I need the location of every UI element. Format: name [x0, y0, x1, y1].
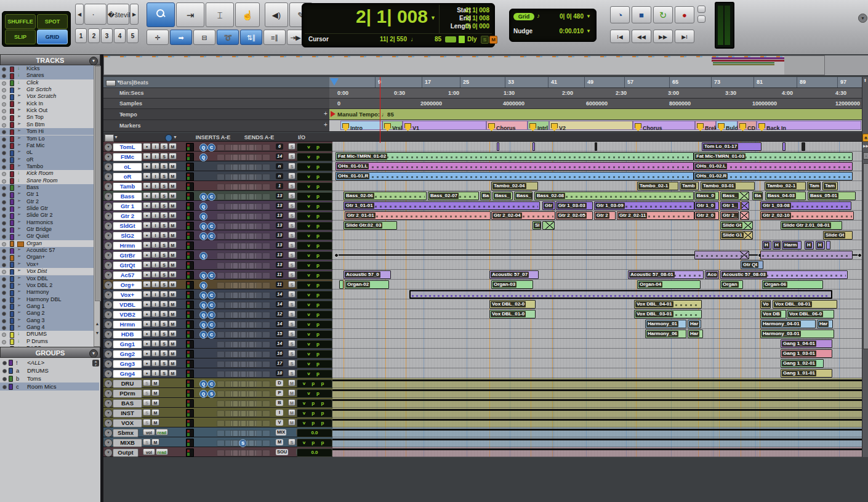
send-slot[interactable]: [262, 213, 270, 220]
tracks-menu-icon[interactable]: ▼: [89, 57, 98, 65]
insert-badge-c[interactable]: C: [207, 311, 215, 319]
track-view-caret-icon[interactable]: ▼: [114, 135, 118, 139]
track-lane-org[interactable]: Organ-02Organ-03Organ-04OrganOrgan-06: [332, 280, 862, 289]
transport-option-top-button[interactable]: [697, 6, 705, 13]
solo-button[interactable]: S: [143, 409, 151, 416]
send-slot[interactable]: [230, 282, 238, 289]
clip[interactable]: Acoustic 57_0: [344, 270, 391, 279]
send-slot[interactable]: [238, 233, 246, 240]
send-slot[interactable]: [230, 351, 238, 358]
insert-slot[interactable]: [217, 450, 225, 456]
clip[interactable]: Organ-03: [491, 280, 533, 289]
track-height-selector-icon[interactable]: ▾: [104, 350, 113, 358]
io-path-badge[interactable]: 13: [276, 193, 283, 199]
track-lane-hrmn[interactable]: Harmony_01HarHarmony_04-01Har: [332, 319, 862, 329]
clip[interactable]: Sl: [532, 221, 541, 230]
clip[interactable]: Organ: [720, 280, 743, 289]
send-slot[interactable]: [254, 243, 262, 249]
send-slot[interactable]: [254, 331, 262, 338]
track-show-dot-icon[interactable]: [2, 81, 6, 86]
sidebar-track-item[interactable]: ➢Harmonics: [0, 219, 94, 226]
send-slot[interactable]: [246, 203, 254, 210]
volume-pan-display[interactable]: 0.0: [297, 448, 332, 457]
sidebar-track-item[interactable]: ➢Fat Mic: [0, 142, 94, 149]
clip[interactable]: Vox DBL_06-0: [787, 310, 834, 318]
ruler-menu-icon[interactable]: [106, 80, 116, 86]
io-path-badge[interactable]: 17: [276, 360, 283, 366]
solo-button[interactable]: S: [160, 261, 168, 268]
send-slot[interactable]: [230, 184, 238, 190]
groups-menu-icon[interactable]: ▼: [89, 349, 98, 358]
clip[interactable]: Vo: [760, 300, 771, 309]
ruler-timeline-bars[interactable]: 91725334149576573818997: [329, 77, 868, 87]
mute-button[interactable]: M: [169, 192, 177, 199]
io-path-badge[interactable]: 12: [276, 311, 283, 317]
track-show-dot-icon[interactable]: [2, 256, 6, 260]
clip[interactable]: Acoustic 57_08-03: [720, 270, 848, 279]
insert-badge-c[interactable]: C: [207, 331, 215, 339]
mute-button[interactable]: M: [169, 320, 177, 327]
insert-badge-s[interactable]: S: [207, 390, 215, 398]
io-secondary-button[interactable]: S: [288, 330, 295, 337]
grabber-tool-button[interactable]: ☝: [235, 2, 260, 27]
track-show-dot-icon[interactable]: [2, 151, 6, 155]
insert-slot[interactable]: [217, 243, 225, 249]
ruler-row-markers[interactable]: IntroVrslV1ChorusIntrlV2ChorusBrekBuldCD…: [103, 120, 868, 132]
track-show-dot-icon[interactable]: [2, 291, 6, 295]
ruler-row-bars[interactable]: 91725334149576573818997Bars|Beats▼: [103, 77, 868, 88]
pre-roll-icon[interactable]: [459, 36, 465, 43]
volume-pan-display[interactable]: v p: [297, 182, 332, 191]
send-slot[interactable]: [238, 282, 246, 289]
record-enable-button[interactable]: ●: [143, 202, 151, 209]
send-slot[interactable]: [246, 420, 254, 427]
mute-button[interactable]: M: [169, 261, 177, 268]
mute-button[interactable]: M: [169, 370, 177, 376]
send-slot[interactable]: [238, 213, 246, 220]
selector-tool-button[interactable]: ⌶: [206, 2, 234, 27]
sidebar-track-item[interactable]: ➢Gtr Bridge: [0, 226, 94, 233]
input-monitor-button[interactable]: I: [151, 261, 159, 268]
track-show-dot-icon[interactable]: [2, 186, 6, 190]
sidebar-track-item[interactable]: ➢Vox Scratch: [0, 93, 94, 100]
insert-slot[interactable]: [217, 351, 225, 358]
clip[interactable]: Aco: [705, 270, 719, 279]
clip[interactable]: [740, 211, 749, 220]
clip[interactable]: Bass_: [492, 192, 513, 200]
insert-slot[interactable]: [217, 322, 225, 328]
marker-shield-icon[interactable]: [384, 123, 391, 131]
insert-slot[interactable]: [217, 154, 225, 161]
send-slot[interactable]: [238, 331, 246, 338]
insert-badge-q[interactable]: Q: [199, 281, 207, 289]
send-slot[interactable]: [254, 450, 262, 456]
mute-button[interactable]: M: [169, 291, 177, 298]
input-monitor-button[interactable]: I: [151, 222, 159, 229]
sidebar-group-item[interactable]: aDRUMS: [0, 366, 99, 374]
io-secondary-button[interactable]: S: [288, 232, 295, 238]
send-slot[interactable]: [262, 312, 270, 318]
mute-button[interactable]: M: [169, 212, 177, 219]
stop-button[interactable]: ■: [632, 6, 651, 23]
track-show-dot-icon[interactable]: [2, 263, 6, 267]
volume-pan-display[interactable]: v p: [297, 251, 332, 260]
send-slot[interactable]: [230, 174, 238, 180]
track-name-button[interactable]: DRU: [113, 379, 142, 388]
volume-pan-display[interactable]: v p: [297, 241, 332, 250]
volume-pan-display[interactable]: v p p: [297, 379, 332, 388]
clip[interactable]: Fat Mic-TMRN_01-03: [694, 152, 853, 161]
insert-slot[interactable]: [217, 223, 225, 230]
input-monitor-button[interactable]: I: [151, 212, 159, 219]
io-path-badge[interactable]: 11: [276, 272, 283, 278]
clip[interactable]: Tam: [807, 182, 821, 190]
send-slot[interactable]: [246, 322, 254, 328]
send-slot[interactable]: [238, 410, 246, 417]
volume-pan-display[interactable]: v p: [297, 350, 332, 358]
mode-shuffle-button[interactable]: SHUFFLE: [5, 14, 36, 29]
clip[interactable]: Gtr 1_03-09: [594, 201, 694, 210]
marker-segment[interactable]: V2: [549, 121, 633, 130]
send-slot[interactable]: [246, 302, 254, 309]
send-slot[interactable]: [262, 174, 270, 180]
solo-button[interactable]: S: [160, 163, 168, 169]
grid-caret-icon[interactable]: ▼: [586, 14, 591, 19]
sidebar-track-item[interactable]: ➢Slide Gtr: [0, 205, 94, 212]
input-monitor-button[interactable]: I: [151, 182, 159, 189]
